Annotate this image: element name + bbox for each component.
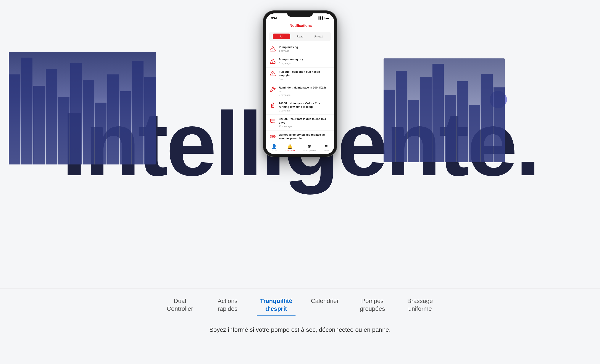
notif-time-3: Now: [279, 78, 331, 81]
nav-tab-brassage-uniforme-label: Brassageuniforme: [407, 298, 433, 312]
nav-tab-pompes-groupees-label: Pompesgroupées: [360, 298, 385, 312]
users-tab-label: Users: [272, 149, 277, 152]
notif-title-3: Full cup - collection cup needs emptying: [279, 70, 331, 77]
notif-title-5: 200 XL: Note - your Colors C is running …: [279, 102, 331, 109]
notif-title-2: Pump running dry: [279, 58, 331, 61]
phone-tab-notifications[interactable]: 🔔 Notifications: [285, 144, 295, 152]
phone-screen: 9:41 ▐▐▐ ⌾ ▬ ‹ Notifications All Read Un…: [266, 13, 334, 154]
nav-tab-tranquillite-label: Tranquillitéd'esprit: [260, 298, 292, 312]
notif-content-4: Reminder: Maintenace in 900 3XL is on 7 …: [279, 86, 331, 96]
more-tab-label: More: [324, 149, 328, 151]
battery-icon: ▬: [326, 17, 329, 19]
notif-item-6[interactable]: 525 XL - Your mat is due to end in 4 day…: [266, 115, 334, 131]
notif-time-2: 3 days ago: [279, 62, 331, 65]
svg-line-14: [272, 136, 273, 137]
bottom-section: DualController Actionsrapides Tranquilli…: [0, 288, 600, 364]
notification-list: Pump missing 1 day ago Pump runni: [266, 43, 334, 149]
notif-content-3: Full cup - collection cup needs emptying…: [279, 70, 331, 81]
back-button[interactable]: ‹: [269, 23, 271, 28]
phone-frame: 9:41 ▐▐▐ ⌾ ▬ ‹ Notifications All Read Un…: [263, 11, 337, 157]
notif-item-1[interactable]: Pump missing 1 day ago: [266, 43, 334, 55]
city-bg-left: [9, 52, 156, 165]
alert-triangle-icon-2: [269, 58, 276, 65]
notifications-tab-icon: 🔔: [287, 144, 293, 149]
nav-tab-pompes-groupees[interactable]: Pompesgroupées: [357, 297, 388, 316]
nav-tab-brassage-uniforme[interactable]: Brassageuniforme: [405, 297, 435, 316]
notif-time-5: 9 days ago: [279, 109, 331, 112]
status-icons: ▐▐▐ ⌾ ▬: [318, 17, 329, 19]
notif-time-1: 1 day ago: [279, 50, 331, 52]
notif-time-4: 7 days ago: [279, 94, 331, 96]
users-tab-icon: 👤: [272, 144, 277, 149]
filter-tabs: All Read Unread: [269, 32, 331, 41]
notif-title-1: Pump missing: [279, 46, 331, 49]
tab-all[interactable]: All: [273, 34, 290, 39]
nav-tab-tranquillite[interactable]: Tranquillitéd'esprit: [260, 297, 292, 316]
notif-item-5[interactable]: 200 XL: Note - your Colors C is running …: [266, 99, 334, 115]
app-header: ‹ Notifications: [266, 21, 334, 30]
notif-content-5: 200 XL: Note - your Colors C is running …: [279, 102, 331, 112]
phone-bottom-bar: 👤 Users 🔔 Notifications ⊞ Device process…: [266, 141, 334, 154]
alert-triangle-icon-3: [269, 70, 276, 77]
nav-tab-dual-controller-label: DualController: [167, 298, 193, 312]
nav-tab-actions-rapides[interactable]: Actionsrapides: [212, 297, 243, 316]
battery-empty-icon: [269, 133, 276, 140]
notif-item-4[interactable]: Reminder: Maintenace in 900 3XL is on 7 …: [266, 83, 334, 99]
screen-title: Notifications: [271, 24, 331, 28]
device-tab-icon: ⊞: [308, 144, 311, 149]
signal-icon: ▐▐▐: [318, 17, 323, 19]
notif-title-4: Reminder: Maintenace in 900 3XL is on: [279, 86, 331, 93]
notif-content-2: Pump running dry 3 days ago: [279, 58, 331, 65]
notif-time-6: 12 days ago: [279, 125, 331, 128]
bottom-nav-tabs: DualController Actionsrapides Tranquilli…: [0, 289, 600, 316]
notif-title-7: Battery is empty please replace as soon …: [279, 133, 331, 140]
phone-tab-more[interactable]: ≡ More: [324, 144, 328, 151]
notif-item-2[interactable]: Pump running dry 3 days ago: [266, 55, 334, 67]
svg-point-8: [272, 105, 273, 106]
nav-tab-actions-rapides-label: Actionsrapides: [217, 298, 237, 312]
device-tab-label: Device process: [303, 149, 317, 152]
notif-content-1: Pump missing 1 day ago: [279, 46, 331, 52]
alert-triangle-icon-1: [269, 46, 276, 52]
nav-tab-calendrier[interactable]: Calendrier: [310, 297, 340, 308]
city-bg-right: [384, 58, 505, 162]
phone-tab-users[interactable]: 👤 Users: [272, 144, 277, 152]
tab-unread[interactable]: Unread: [310, 34, 327, 39]
mat-icon: [269, 117, 276, 124]
notif-item-3[interactable]: Full cup - collection cup needs emptying…: [266, 67, 334, 83]
status-time: 9:41: [271, 16, 278, 20]
notif-content-6: 525 XL - Your mat is due to end in 4 day…: [279, 117, 331, 128]
notifications-tab-label: Notifications: [285, 149, 295, 152]
more-tab-icon: ≡: [325, 144, 328, 149]
nav-tab-calendrier-label: Calendrier: [311, 298, 339, 304]
notif-title-6: 525 XL - Your mat is due to end in 4 day…: [279, 117, 331, 125]
phone-notch: [287, 11, 313, 17]
buildings-left: [9, 52, 156, 165]
phone-tab-device[interactable]: ⊞ Device process: [303, 144, 317, 152]
bottle-icon: [269, 102, 276, 109]
bottom-description: Soyez informé si votre pompe est à sec, …: [0, 326, 600, 333]
buildings-right: [384, 58, 505, 162]
wifi-icon: ⌾: [324, 17, 326, 19]
nav-tab-dual-controller[interactable]: DualController: [165, 297, 195, 316]
phone-mockup: 9:41 ▐▐▐ ⌾ ▬ ‹ Notifications All Read Un…: [259, 11, 341, 157]
wrench-icon: [269, 86, 276, 93]
tab-read[interactable]: Read: [291, 34, 309, 39]
